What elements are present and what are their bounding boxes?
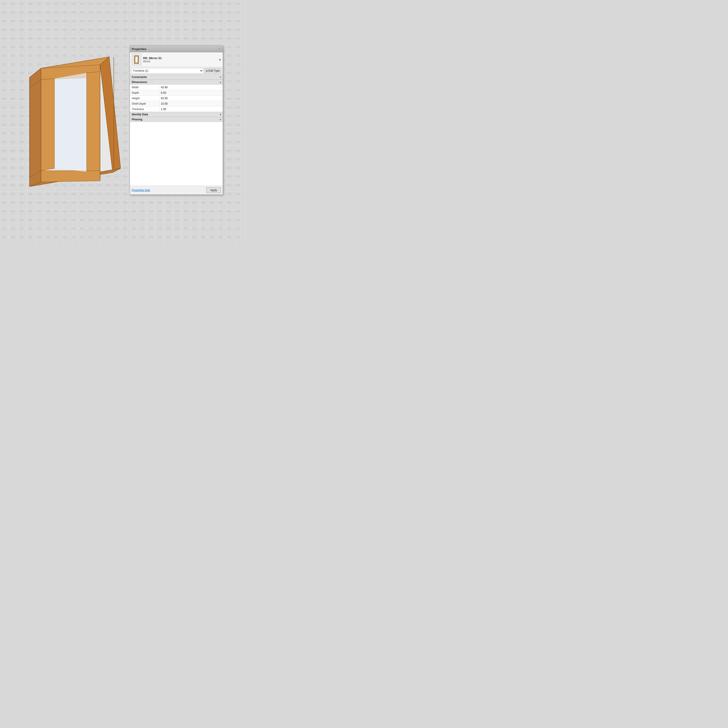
prop-label-4: Thickness bbox=[130, 108, 159, 111]
phasing-collapse-arrow[interactable]: ▾ bbox=[220, 118, 221, 121]
prop-value-4[interactable]: 1.50 bbox=[161, 108, 166, 111]
svg-marker-9 bbox=[55, 73, 86, 172]
panel-title: Properties bbox=[132, 47, 146, 51]
type-selector-dropdown[interactable]: Furniture (1) bbox=[131, 68, 203, 73]
prop-value-area-0: 42.60 bbox=[159, 86, 223, 89]
edit-type-label: Edit Type bbox=[208, 69, 220, 72]
apply-button[interactable]: Apply bbox=[206, 187, 221, 193]
panel-titlebar: Properties ✕ bbox=[130, 46, 223, 52]
mirror-svg bbox=[23, 50, 125, 191]
prop-row-width: Width42.60 bbox=[130, 85, 223, 90]
panel-body-empty bbox=[130, 122, 223, 186]
identity-data-section-header[interactable]: Identity Data ▾ bbox=[130, 112, 223, 117]
phasing-section-header[interactable]: Phasing ▾ bbox=[130, 117, 223, 122]
prop-row-thickness: Thickness1.50 bbox=[130, 107, 223, 112]
svg-marker-7 bbox=[86, 72, 100, 172]
object-icon-shape bbox=[134, 55, 139, 64]
dimensions-properties: Width42.60Depth6.00Height62.50Shelf Dept… bbox=[130, 85, 223, 112]
constraints-label: Constraints bbox=[132, 75, 147, 79]
prop-value-area-2: 62.50 bbox=[159, 97, 223, 100]
prop-label-2: Height bbox=[130, 97, 159, 100]
prop-value-area-1: 6.00 bbox=[159, 91, 223, 95]
prop-row-height: Height62.50 bbox=[130, 96, 223, 101]
prop-value-3[interactable]: 10.00 bbox=[161, 102, 168, 106]
edit-type-icon: ⊞ bbox=[206, 70, 208, 72]
panel-footer: Properties help Apply bbox=[130, 186, 223, 194]
svg-marker-8 bbox=[41, 171, 100, 182]
properties-help-link[interactable]: Properties help bbox=[132, 189, 150, 192]
prop-value-area-3: 10.00 bbox=[159, 102, 223, 106]
prop-value-0[interactable]: 42.60 bbox=[161, 86, 168, 89]
object-name-block: RD_Mirror 01 Wood bbox=[143, 57, 217, 63]
object-icon bbox=[132, 54, 141, 66]
svg-marker-6 bbox=[41, 78, 55, 171]
panel-header: RD_Mirror 01 Wood ▾ bbox=[130, 52, 223, 67]
dimensions-label: Dimensions bbox=[132, 81, 147, 84]
constraints-section-header[interactable]: Constraints ▾ bbox=[130, 75, 223, 80]
properties-panel: Properties ✕ RD_Mirror 01 Wood ▾ Furnitu… bbox=[130, 46, 223, 195]
type-selector-row: Furniture (1) ⊞ Edit Type bbox=[130, 67, 223, 75]
identity-data-collapse-arrow[interactable]: ▾ bbox=[220, 113, 221, 116]
phasing-label: Phasing bbox=[132, 118, 142, 121]
edit-type-button[interactable]: ⊞ Edit Type bbox=[204, 68, 221, 73]
constraints-collapse-arrow[interactable]: ▾ bbox=[220, 76, 221, 78]
dimensions-collapse-arrow[interactable]: ▴ bbox=[220, 81, 221, 84]
svg-marker-11 bbox=[29, 80, 41, 177]
prop-label-0: Width bbox=[130, 86, 159, 89]
prop-label-3: Shelf Depth bbox=[130, 102, 159, 106]
mirror-3d-object bbox=[23, 50, 125, 191]
prop-value-area-4: 1.50 bbox=[159, 108, 223, 111]
prop-row-shelf-depth: Shelf Depth10.00 bbox=[130, 101, 223, 107]
prop-row-depth: Depth6.00 bbox=[130, 90, 223, 96]
close-button[interactable]: ✕ bbox=[217, 47, 221, 51]
prop-value-1[interactable]: 6.00 bbox=[161, 91, 166, 95]
object-name: RD_Mirror 01 bbox=[143, 57, 217, 60]
header-dropdown-arrow[interactable]: ▾ bbox=[219, 58, 221, 62]
prop-label-1: Depth bbox=[130, 91, 159, 95]
object-material: Wood bbox=[143, 60, 217, 63]
dimensions-section-header[interactable]: Dimensions ▴ bbox=[130, 80, 223, 85]
identity-data-label: Identity Data bbox=[132, 113, 148, 116]
prop-value-2[interactable]: 62.50 bbox=[161, 97, 168, 100]
